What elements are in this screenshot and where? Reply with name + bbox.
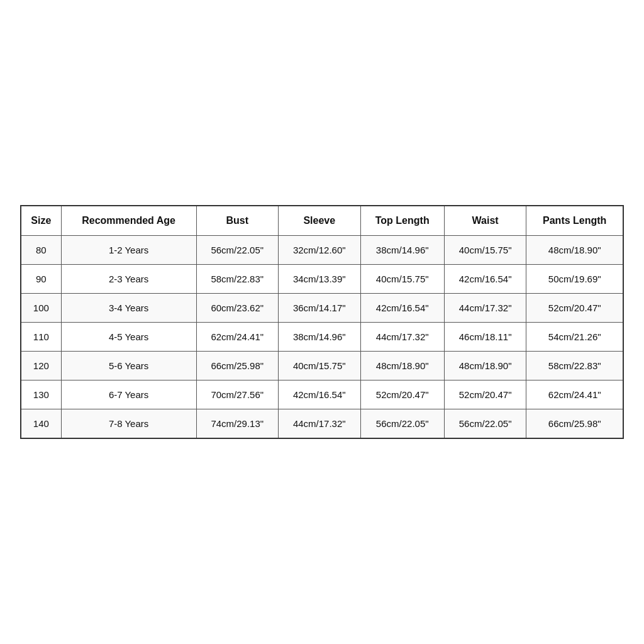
table-body: 801-2 Years56cm/22.05"32cm/12.60"38cm/14…	[21, 236, 623, 439]
size-chart-table: SizeRecommended AgeBustSleeveTop LengthW…	[20, 205, 624, 439]
table-row: 1407-8 Years74cm/29.13"44cm/17.32"56cm/2…	[21, 409, 623, 439]
table-cell: 2-3 Years	[61, 265, 196, 294]
table-cell: 40cm/15.75"	[279, 352, 361, 380]
table-cell: 44cm/17.32"	[279, 409, 361, 439]
table-cell: 60cm/23.62"	[196, 294, 279, 323]
table-cell: 100	[21, 294, 61, 323]
table-cell: 38cm/14.96"	[360, 236, 444, 265]
column-header: Waist	[444, 206, 526, 236]
table-cell: 50cm/19.69"	[526, 265, 623, 294]
table-cell: 62cm/24.41"	[526, 380, 623, 409]
column-header: Size	[21, 206, 61, 236]
table-cell: 74cm/29.13"	[196, 409, 279, 439]
table-cell: 52cm/20.47"	[526, 294, 623, 323]
table-cell: 38cm/14.96"	[279, 323, 361, 352]
table-cell: 1-2 Years	[61, 236, 196, 265]
table-row: 1205-6 Years66cm/25.98"40cm/15.75"48cm/1…	[21, 352, 623, 380]
table-cell: 140	[21, 409, 61, 439]
table-cell: 66cm/25.98"	[196, 352, 279, 380]
table-cell: 110	[21, 323, 61, 352]
table-row: 902-3 Years58cm/22.83"34cm/13.39"40cm/15…	[21, 265, 623, 294]
table-cell: 80	[21, 236, 61, 265]
table-row: 1306-7 Years70cm/27.56"42cm/16.54"52cm/2…	[21, 380, 623, 409]
column-header: Top Length	[360, 206, 444, 236]
table-cell: 42cm/16.54"	[360, 294, 444, 323]
table-cell: 90	[21, 265, 61, 294]
table-cell: 42cm/16.54"	[444, 265, 526, 294]
table-cell: 5-6 Years	[61, 352, 196, 380]
table-cell: 40cm/15.75"	[360, 265, 444, 294]
table-cell: 58cm/22.83"	[526, 352, 623, 380]
table-header: SizeRecommended AgeBustSleeveTop LengthW…	[21, 206, 623, 236]
table-cell: 3-4 Years	[61, 294, 196, 323]
size-chart-container: SizeRecommended AgeBustSleeveTop LengthW…	[20, 205, 624, 439]
table-cell: 48cm/18.90"	[360, 352, 444, 380]
table-cell: 44cm/17.32"	[360, 323, 444, 352]
table-cell: 52cm/20.47"	[360, 380, 444, 409]
table-row: 1003-4 Years60cm/23.62"36cm/14.17"42cm/1…	[21, 294, 623, 323]
table-row: 801-2 Years56cm/22.05"32cm/12.60"38cm/14…	[21, 236, 623, 265]
table-cell: 130	[21, 380, 61, 409]
table-cell: 62cm/24.41"	[196, 323, 279, 352]
table-cell: 52cm/20.47"	[444, 380, 526, 409]
table-cell: 66cm/25.98"	[526, 409, 623, 439]
table-cell: 42cm/16.54"	[279, 380, 361, 409]
table-cell: 56cm/22.05"	[360, 409, 444, 439]
column-header: Bust	[196, 206, 279, 236]
table-cell: 120	[21, 352, 61, 380]
table-cell: 40cm/15.75"	[444, 236, 526, 265]
table-cell: 7-8 Years	[61, 409, 196, 439]
column-header: Recommended Age	[61, 206, 196, 236]
table-row: 1104-5 Years62cm/24.41"38cm/14.96"44cm/1…	[21, 323, 623, 352]
table-cell: 48cm/18.90"	[444, 352, 526, 380]
header-row: SizeRecommended AgeBustSleeveTop LengthW…	[21, 206, 623, 236]
table-cell: 6-7 Years	[61, 380, 196, 409]
table-cell: 36cm/14.17"	[279, 294, 361, 323]
table-cell: 56cm/22.05"	[196, 236, 279, 265]
table-cell: 70cm/27.56"	[196, 380, 279, 409]
table-cell: 46cm/18.11"	[444, 323, 526, 352]
column-header: Sleeve	[279, 206, 361, 236]
table-cell: 54cm/21.26"	[526, 323, 623, 352]
table-cell: 56cm/22.05"	[444, 409, 526, 439]
column-header: Pants Length	[526, 206, 623, 236]
table-cell: 58cm/22.83"	[196, 265, 279, 294]
table-cell: 44cm/17.32"	[444, 294, 526, 323]
table-cell: 4-5 Years	[61, 323, 196, 352]
table-cell: 32cm/12.60"	[279, 236, 361, 265]
table-cell: 34cm/13.39"	[279, 265, 361, 294]
table-cell: 48cm/18.90"	[526, 236, 623, 265]
